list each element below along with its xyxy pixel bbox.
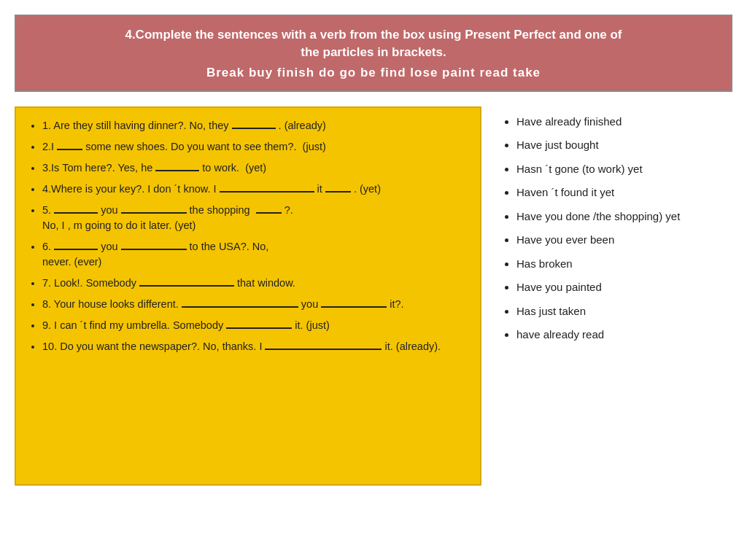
list-item: 6. you to the USA?. No,never. (ever) <box>42 239 467 270</box>
answers-list: Have already finished Have just bought H… <box>503 114 732 343</box>
header-title: 4.Complete the sentences with a verb fro… <box>31 26 716 61</box>
list-item: 9. I can ´t find my umbrella. Somebody i… <box>42 318 467 333</box>
left-panel: 1. Are they still having dinner?. No, th… <box>15 106 481 486</box>
list-item: 7. Look!. Somebody that window. <box>42 276 467 291</box>
list-item: 2.I some new shoes. Do you want to see t… <box>42 139 467 155</box>
list-item: have already read <box>516 327 732 343</box>
right-panel: Have already finished Have just bought H… <box>496 106 732 351</box>
list-item: 10. Do you want the newspaper?. No, than… <box>42 339 467 354</box>
list-item: Have you painted <box>516 279 732 296</box>
main-content: 1. Are they still having dinner?. No, th… <box>15 106 732 486</box>
list-item: Have just bought <box>516 137 732 154</box>
header-box: 4.Complete the sentences with a verb fro… <box>15 15 732 92</box>
list-item: 4.Where is your key?. I don ´t know. I i… <box>42 182 467 197</box>
list-item: Has just taken <box>516 303 732 320</box>
header-words: Break buy finish do go be find lose pain… <box>31 66 716 80</box>
list-item: 5. you the shopping ?.No, I , m going to… <box>42 203 467 233</box>
list-item: Hasn ´t gone (to work) yet <box>516 161 732 178</box>
sentences-list: 1. Are they still having dinner?. No, th… <box>29 118 467 354</box>
list-item: Have you done /the shopping) yet <box>516 209 732 225</box>
list-item: 3.Is Tom here?. Yes, he to work. (yet) <box>42 160 467 176</box>
list-item: Have already finished <box>516 114 732 131</box>
list-item: Has broken <box>516 256 732 273</box>
list-item: Have you ever been <box>516 232 732 249</box>
list-item: 1. Are they still having dinner?. No, th… <box>42 118 467 133</box>
list-item: 8. Your house looks different. you it?. <box>42 297 467 312</box>
list-item: Haven ´t found it yet <box>516 184 732 201</box>
